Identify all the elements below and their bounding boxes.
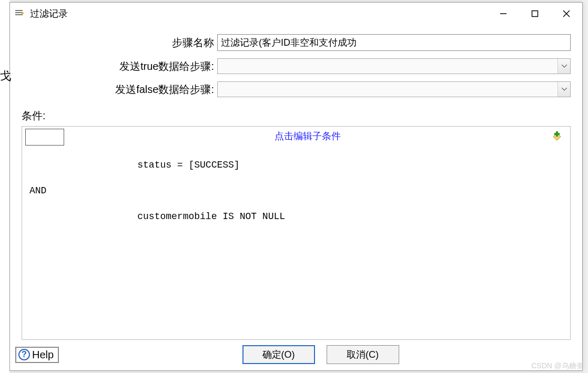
chevron-down-icon[interactable] [557,82,570,97]
help-button[interactable]: ? Help [15,347,59,363]
send-false-label: 发送false数据给步骤: [22,82,217,97]
send-false-combo[interactable] [217,81,571,97]
footer: ? Help 确定(O) 取消(C) [10,340,582,370]
condition-group-toggle[interactable] [25,129,64,146]
svg-rect-1 [15,12,23,13]
titlebar: 过滤记录 [10,3,582,25]
send-true-label: 发送true数据给步骤: [22,59,217,74]
send-false-input[interactable] [218,82,557,97]
condition-line: status = [SUCCESS] [29,158,563,172]
conditions-body[interactable]: status = [SUCCESS] AND customermobile IS… [22,148,570,246]
dialog-window: 过滤记录 步骤名称 发送true数据给步骤: 发送false数据给步骤: [9,2,583,371]
background-fragment: 戈 [0,0,9,373]
edit-subcondition-link[interactable]: 点击编辑子条件 [64,129,551,142]
close-button[interactable] [551,3,582,25]
svg-rect-4 [532,11,538,17]
maximize-button[interactable] [519,3,551,25]
send-true-combo[interactable] [217,58,571,74]
help-icon: ? [18,349,30,360]
conditions-panel: 点击编辑子条件 status = [SUCCESS] AND customerm… [22,126,571,340]
add-condition-icon[interactable] [551,131,563,142]
step-name-input[interactable] [217,34,571,51]
condition-line: customermobile IS NOT NULL [29,210,563,224]
ok-button[interactable]: 确定(O) [242,345,315,364]
step-name-label: 步骤名称 [22,36,217,50]
send-true-input[interactable] [218,59,557,74]
condition-operator: AND [29,184,563,198]
window-title: 过滤记录 [30,7,488,20]
help-label: Help [32,349,54,361]
cancel-button[interactable]: 取消(C) [327,345,399,364]
chevron-down-icon[interactable] [557,59,570,74]
svg-rect-2 [15,14,23,15]
conditions-label: 条件: [10,109,582,126]
form-area: 步骤名称 发送true数据给步骤: 发送false数据给步骤: [10,25,582,109]
filter-icon [14,8,25,19]
svg-rect-9 [554,133,560,135]
minimize-button[interactable] [488,3,519,25]
svg-rect-0 [15,10,23,11]
